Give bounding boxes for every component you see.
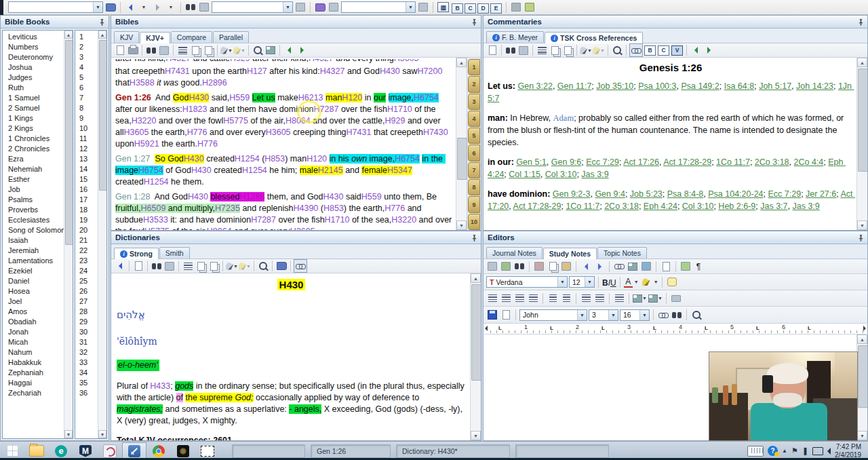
pin-icon[interactable] <box>470 233 478 242</box>
copy-icon[interactable] <box>549 44 561 56</box>
chapter-number-item[interactable]: 32 <box>75 347 98 357</box>
link-verses-icon[interactable] <box>629 43 643 57</box>
scripture-link[interactable]: Act 17:28-29 <box>663 157 711 167</box>
strongs-number-link[interactable]: H3605 <box>290 227 315 230</box>
tab-study-notes[interactable]: Study Notes <box>543 248 597 259</box>
bible-book-item[interactable]: Habakkuk <box>3 357 64 367</box>
bible-book-item[interactable]: Jonah <box>3 326 64 337</box>
search-next-icon[interactable] <box>198 1 210 14</box>
strongs-number-link[interactable]: H3605 <box>124 128 149 137</box>
scripture-link[interactable]: Gen 11:7 <box>557 81 592 91</box>
bible-book-item[interactable]: Nahum <box>3 347 64 357</box>
font-color-dropdown[interactable]: ▼ <box>634 280 639 284</box>
pin-icon[interactable] <box>470 18 478 26</box>
strongs-number-link[interactable]: H120 <box>307 154 327 164</box>
scripture-link[interactable]: Joh 5:17 <box>759 81 791 91</box>
scripture-link[interactable]: Ecc 7:29 <box>768 189 801 199</box>
copy-icon[interactable] <box>189 44 201 56</box>
chapter-number-item[interactable]: 18 <box>75 204 98 214</box>
scripture-link[interactable]: Gen 9:4 <box>595 189 625 199</box>
back-icon[interactable] <box>114 260 126 272</box>
strongs-number-link[interactable]: H4327 <box>309 59 334 63</box>
bullet-list-icon[interactable] <box>560 292 572 305</box>
zoom-icon[interactable] <box>611 44 623 56</box>
undo-icon[interactable] <box>580 261 592 273</box>
bible-book-item[interactable]: Hosea <box>3 286 64 296</box>
strongs-number-link[interactable]: H430 <box>188 192 208 202</box>
export-icon[interactable] <box>486 261 498 273</box>
bible-book-item[interactable]: Psalms <box>3 194 64 204</box>
verse-combo[interactable]: 16▼ <box>620 309 650 321</box>
strongs-number-link[interactable]: H559 <box>229 93 250 102</box>
scroll-down-icon[interactable]: ▼ <box>857 431 867 440</box>
chapter-number-item[interactable]: 15 <box>75 174 98 184</box>
lookup-combo[interactable]: ▼ <box>341 1 416 13</box>
bookmark-tab[interactable]: 3 <box>468 94 480 110</box>
bookmark-tab[interactable]: 10 <box>468 214 480 230</box>
scroll-up-icon[interactable]: ▲ <box>857 334 867 344</box>
pin-icon[interactable] <box>98 18 106 26</box>
strongs-number-link[interactable]: H776 <box>384 204 405 213</box>
search-combo[interactable]: ▼ <box>212 1 293 13</box>
bibles-scrollbar[interactable]: ▲ ▼ <box>456 58 467 230</box>
lookup-go-icon[interactable] <box>417 1 429 14</box>
chapter-number-item[interactable]: 22 <box>75 245 98 255</box>
strongs-number-link[interactable]: H430 <box>191 166 212 175</box>
back-dropdown[interactable]: ▼ <box>138 1 150 14</box>
chapter-number-item[interactable]: 11 <box>75 133 98 143</box>
paste-icon[interactable] <box>561 44 574 56</box>
device-icon[interactable]: ❚ <box>802 446 808 455</box>
font-size-combo[interactable]: 12▼ <box>569 276 595 288</box>
tray-expand-icon[interactable]: ▲ <box>782 448 787 454</box>
chapter-number-item[interactable]: 31 <box>75 337 98 347</box>
strongs-number-link[interactable]: H929 <box>230 59 250 63</box>
chapter-number-item[interactable]: 28 <box>75 306 98 316</box>
esword[interactable] <box>122 442 146 459</box>
insert-image-icon[interactable] <box>640 261 652 273</box>
strongs-number-link[interactable]: H7287 <box>251 215 276 225</box>
bible-book-item[interactable]: Judges <box>3 72 64 82</box>
indent-marker-right[interactable] <box>863 326 866 331</box>
strongs-number-link[interactable]: H430 <box>184 154 204 164</box>
bible-book-item[interactable]: Lamentations <box>3 255 64 265</box>
pin-icon[interactable] <box>856 18 865 26</box>
scroll-up-icon[interactable]: ▲ <box>857 58 867 67</box>
tab-smith[interactable]: Smith <box>159 247 190 258</box>
bible-book-item[interactable]: Joshua <box>3 62 64 72</box>
scroll-down-icon[interactable]: ▼ <box>857 221 867 230</box>
print-icon[interactable] <box>500 309 512 321</box>
cut-icon[interactable] <box>533 261 545 273</box>
paste-icon[interactable] <box>208 260 220 272</box>
strongs-number-link[interactable]: H4327 <box>165 59 191 63</box>
dictionaries-scrollbar[interactable]: ▲ ▼ <box>470 273 481 440</box>
pin-icon[interactable] <box>856 233 865 242</box>
tab-f-b-meyer[interactable]: F. B. Meyer <box>486 31 544 43</box>
scripture-link[interactable]: Act 17:28-29 <box>513 202 561 211</box>
strongs-number-link[interactable]: H5921 <box>134 139 159 149</box>
select-highlight-icon[interactable]: ▼ <box>593 44 605 56</box>
strongs-number-link[interactable]: H2896 <box>202 78 227 88</box>
align-right-icon[interactable] <box>513 292 526 305</box>
strongs-number-link[interactable]: H5347 <box>387 166 412 175</box>
tab-parallel[interactable]: Parallel <box>213 31 249 43</box>
strongs-number-link[interactable]: H7431 <box>165 66 190 76</box>
export-icon[interactable] <box>114 44 126 56</box>
scroll-thumb[interactable] <box>99 40 107 191</box>
strongs-number-link[interactable]: H7431 <box>347 128 372 137</box>
strongs-number-link[interactable]: H120 <box>342 93 362 102</box>
scripture-link[interactable]: Ecc 7:29 <box>586 157 619 167</box>
scripture-link[interactable]: Jer 27:6 <box>806 189 836 199</box>
bookmark-tab[interactable]: 7 <box>468 162 480 178</box>
flag-icon[interactable]: ⚑ <box>791 446 798 455</box>
scripture-link[interactable]: Gen 9:6 <box>551 157 581 167</box>
strongs-number-link[interactable]: H430 <box>380 66 400 76</box>
scripture-link[interactable]: Job 5:23 <box>630 189 663 199</box>
bible-book-item[interactable]: Ecclesiastes <box>3 214 64 225</box>
bible-book-item[interactable]: Nehemiah <box>3 164 64 174</box>
bible-book-item[interactable]: Zechariah <box>3 387 64 398</box>
chapter-number-item[interactable]: 7 <box>75 92 98 102</box>
strongs-number-link[interactable]: H127 <box>247 66 267 76</box>
link-icon[interactable] <box>657 309 669 321</box>
scripture-link[interactable]: Col 3:10 <box>545 170 577 179</box>
snipping-tool[interactable] <box>98 442 122 459</box>
